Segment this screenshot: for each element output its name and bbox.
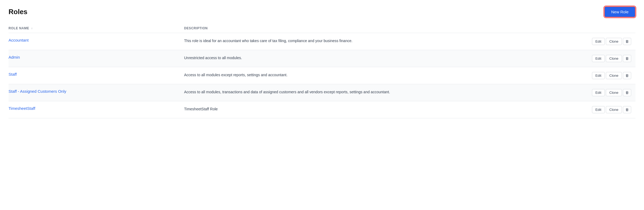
trash-icon: 🗑 [625,74,629,78]
table-row: AccountantThis role is ideal for an acco… [9,33,635,50]
role-name-link[interactable]: Admin [9,55,20,59]
clone-button[interactable]: Clone [606,38,622,45]
role-name-link[interactable]: TimesheetStaff [9,106,35,111]
trash-icon: 🗑 [625,108,629,112]
delete-button[interactable]: 🗑 [623,72,631,79]
role-description-cell: This role is ideal for an accountant who… [184,33,498,50]
table-row: TimesheetStaffTimesheetStaff RoleEditClo… [9,101,635,118]
role-name-link[interactable]: Accountant [9,38,29,42]
role-description-text: Unrestricted access to all modules. [184,56,242,60]
role-name-link[interactable]: Staff [9,72,17,76]
role-name-cell: Staff - Assigned Customers Only [9,84,184,101]
trash-icon: 🗑 [625,39,629,43]
role-description-cell: TimesheetStaff Role [184,101,498,118]
delete-button[interactable]: 🗑 [623,106,631,113]
role-actions-cell: EditClone🗑 [498,50,635,67]
table-row: Staff - Assigned Customers OnlyAccess to… [9,84,635,101]
new-role-button[interactable]: New Role [604,6,635,17]
role-description-cell: Unrestricted access to all modules. [184,50,498,67]
trash-icon: 🗑 [625,91,629,95]
role-actions-cell: EditClone🗑 [498,84,635,101]
col-label-description: DESCRIPTION [184,26,208,30]
delete-button[interactable]: 🗑 [623,38,631,45]
role-description-cell: Access to all modules except reports, se… [184,67,498,84]
clone-button[interactable]: Clone [606,89,622,96]
roles-table: ROLE NAME ↑ DESCRIPTION AccountantThis r… [9,24,635,118]
table-header: ROLE NAME ↑ DESCRIPTION [9,24,635,33]
page-container: Roles New Role ROLE NAME ↑ DESCRIPTION A… [0,0,644,125]
roles-tbody: AccountantThis role is ideal for an acco… [9,33,635,118]
role-name-cell: Staff [9,67,184,84]
col-label-role-name: ROLE NAME [9,26,29,30]
clone-button[interactable]: Clone [606,55,622,62]
sort-icon: ↑ [31,27,33,30]
edit-button[interactable]: Edit [592,72,605,79]
role-actions-cell: EditClone🗑 [498,101,635,118]
role-name-link[interactable]: Staff - Assigned Customers Only [9,89,66,94]
delete-button[interactable]: 🗑 [623,55,631,62]
role-description-text: Access to all modules, transactions and … [184,90,390,94]
role-description-text: TimesheetStaff Role [184,107,218,111]
role-name-cell: TimesheetStaff [9,101,184,118]
edit-button[interactable]: Edit [592,89,605,96]
delete-button[interactable]: 🗑 [623,89,631,96]
role-actions-cell: EditClone🗑 [498,33,635,50]
clone-button[interactable]: Clone [606,72,622,79]
table-row: StaffAccess to all modules except report… [9,67,635,84]
col-header-description: DESCRIPTION [184,24,498,33]
trash-icon: 🗑 [625,56,629,60]
role-name-cell: Admin [9,50,184,67]
role-name-cell: Accountant [9,33,184,50]
col-header-actions [498,24,635,33]
role-description-text: Access to all modules except reports, se… [184,73,288,77]
role-actions-cell: EditClone🗑 [498,67,635,84]
table-row: AdminUnrestricted access to all modules.… [9,50,635,67]
edit-button[interactable]: Edit [592,38,605,45]
page-title: Roles [9,8,27,16]
edit-button[interactable]: Edit [592,106,605,113]
edit-button[interactable]: Edit [592,55,605,62]
role-description-cell: Access to all modules, transactions and … [184,84,498,101]
page-header: Roles New Role [9,6,635,17]
col-header-role-name[interactable]: ROLE NAME ↑ [9,24,184,33]
clone-button[interactable]: Clone [606,106,622,113]
role-description-text: This role is ideal for an accountant who… [184,39,352,43]
